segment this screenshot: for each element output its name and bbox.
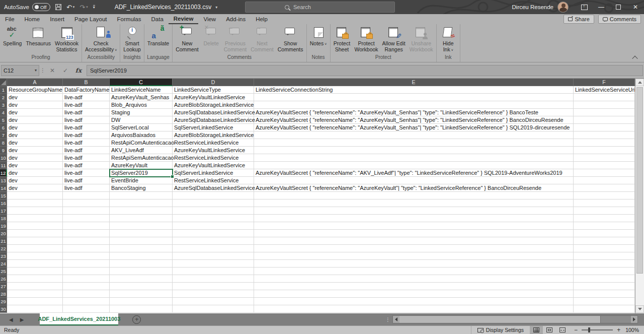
cell-D26[interactable] [173,275,254,283]
cell-E4[interactable]: AzureKeyVaultSecret { "referenceName": "… [254,109,574,116]
cell-F14[interactable] [574,184,635,192]
cell-B6[interactable]: live-adf [63,124,110,131]
cell-B10[interactable]: live-adf [63,154,110,162]
cell-B9[interactable]: live-adf [63,147,110,154]
cell-A4[interactable]: dev [7,109,63,116]
cell-D16[interactable] [173,199,254,207]
translate-button[interactable]: Translate [145,25,171,54]
row-header-28[interactable]: 28 [0,290,7,298]
cell-C27[interactable] [110,283,173,290]
cell-C5[interactable]: DW [110,116,173,124]
cell-F2[interactable] [574,94,635,101]
cell-D7[interactable]: AzureBlobStorageLinkedService [173,131,254,139]
row-header-15[interactable]: 15 [0,192,7,199]
cell-B28[interactable] [63,290,110,298]
cell-C28[interactable] [110,290,173,298]
cell-F16[interactable] [574,199,635,207]
smart-lookup-button[interactable]: SmartLookup [121,25,142,54]
cell-D20[interactable] [173,230,254,237]
tab-add-ins[interactable]: Add-ins [221,14,251,24]
horizontal-scrollbar[interactable] [392,315,638,323]
cell-D17[interactable] [173,207,254,215]
cell-D11[interactable]: AzureKeyVaultLinkedService [173,162,254,169]
cell-B5[interactable]: live-adf [63,116,110,124]
cell-E30[interactable] [254,305,574,313]
autosave-toggle[interactable]: AutoSave Off [4,3,50,11]
cell-D28[interactable] [173,290,254,298]
cell-B1[interactable]: DataFactoryName [63,86,110,94]
zoom-slider-thumb[interactable] [588,327,590,332]
cell-A23[interactable] [7,252,63,260]
cell-B20[interactable] [63,230,110,237]
cell-F29[interactable] [574,298,635,305]
document-title[interactable]: ADF_LinkedServices_20211003.csv ▾ [80,0,252,14]
cell-B21[interactable] [63,237,110,245]
tab-review[interactable]: Review [169,14,199,24]
cell-A14[interactable]: dev [7,184,63,192]
cell-D13[interactable]: RestServiceLinkedService [173,177,254,184]
cell-A22[interactable] [7,245,63,252]
cell-E25[interactable] [254,268,574,275]
cell-C25[interactable] [110,268,173,275]
cell-F18[interactable] [574,215,635,222]
cell-C26[interactable] [110,275,173,283]
cell-E9[interactable] [254,147,574,154]
cancel-entry-button[interactable]: ✕ [46,65,58,76]
tab-data[interactable]: Data [146,14,169,24]
cell-A13[interactable]: dev [7,177,63,184]
cell-D15[interactable] [173,192,254,199]
cell-F28[interactable] [574,290,635,298]
cell-C20[interactable] [110,230,173,237]
cell-C4[interactable]: Staging [110,109,173,116]
cell-F21[interactable] [574,237,635,245]
cell-C9[interactable]: AKV_LiveAdf [110,147,173,154]
collapse-ribbon-button[interactable] [633,54,639,60]
notes-button[interactable]: Notes˅ [308,25,329,54]
next-sheet-button[interactable]: ▶ [20,317,24,322]
cell-B4[interactable]: live-adf [63,109,110,116]
cell-C15[interactable] [110,192,173,199]
cell-E29[interactable] [254,298,574,305]
cell-F25[interactable] [574,268,635,275]
col-header-B[interactable]: B [63,79,110,86]
cell-C2[interactable]: AzureKeyVault_Senhas [110,94,173,101]
cell-D9[interactable]: AzureKeyVaultLinkedService [173,147,254,154]
cell-F24[interactable] [574,260,635,268]
row-header-16[interactable]: 16 [0,199,7,207]
cell-B2[interactable]: live-adf [63,94,110,101]
insert-function-button[interactable]: fx [72,65,85,76]
row-header-19[interactable]: 19 [0,222,7,230]
select-all-corner[interactable] [0,79,7,86]
allow-edit-ranges-button[interactable]: Allow EditRanges [380,25,408,54]
cell-A21[interactable] [7,237,63,245]
zoom-out-button[interactable]: − [574,326,578,333]
cell-D2[interactable]: AzureKeyVaultLinkedService [173,94,254,101]
cell-F17[interactable] [574,207,635,215]
cell-D14[interactable]: AzureSqlDatabaseLinkedService [173,184,254,192]
cell-B18[interactable] [63,215,110,222]
cell-D3[interactable]: AzureBlobStorageLinkedService [173,101,254,109]
cell-F5[interactable] [574,116,635,124]
formula-input[interactable]: SqlServer2019 [87,65,643,76]
cell-F27[interactable] [574,283,635,290]
cell-C18[interactable] [110,215,173,222]
row-header-24[interactable]: 24 [0,260,7,268]
page-layout-view-button[interactable] [543,326,556,334]
cell-E2[interactable] [254,94,574,101]
prev-sheet-button[interactable]: ◀ [9,317,13,322]
row-header-4[interactable]: 4 [0,109,7,116]
display-settings-button[interactable]: Display Settings [471,326,530,334]
cell-E24[interactable] [254,260,574,268]
comments-button[interactable]: Comments [598,15,641,24]
cell-F10[interactable] [574,154,635,162]
cell-A1[interactable]: ResourceGroupName [7,86,63,94]
cell-E10[interactable] [254,154,574,162]
horizontal-scroll-track[interactable] [601,316,631,323]
tab-view[interactable]: View [198,14,221,24]
cell-B7[interactable]: live-adf [63,131,110,139]
row-header-5[interactable]: 5 [0,116,7,124]
row-header-1[interactable]: 1 [0,86,7,94]
cell-F6[interactable] [574,124,635,131]
cell-E6[interactable]: AzureKeyVaultSecret { "referenceName": "… [254,124,574,131]
cell-C16[interactable] [110,199,173,207]
